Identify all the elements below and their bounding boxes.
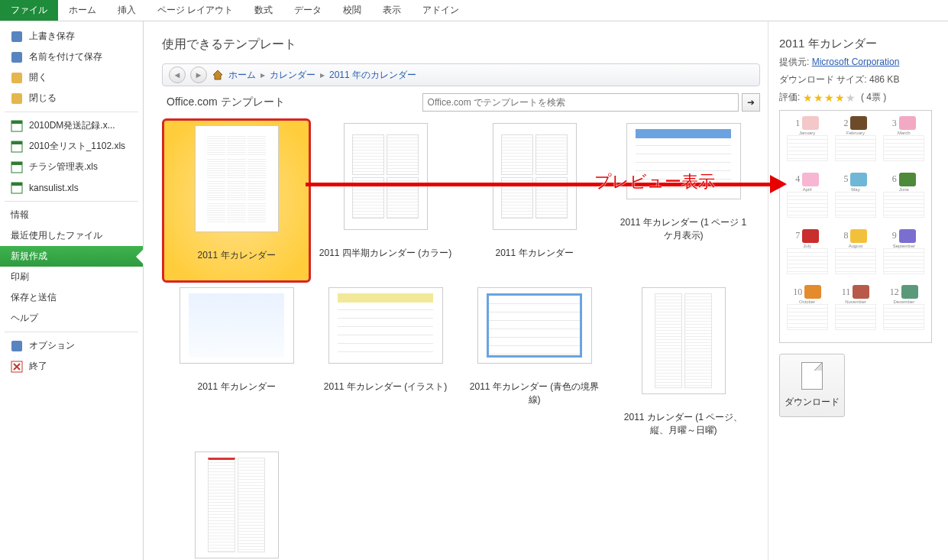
preview-month: 5May bbox=[833, 172, 878, 225]
template-item[interactable]: 2011 年カレンダー bbox=[162, 283, 311, 447]
star-icon: ★ bbox=[824, 92, 834, 104]
template-thumbnail bbox=[642, 287, 726, 394]
search-input[interactable] bbox=[422, 93, 739, 112]
ribbon-tab-ページ レイアウト[interactable]: ページ レイアウト bbox=[147, 0, 244, 21]
sidebar-item-label: ヘルプ bbox=[11, 312, 38, 325]
svg-rect-9 bbox=[11, 162, 22, 165]
preview-month: 8August bbox=[833, 228, 878, 282]
preview-size: ダウンロード サイズ: 486 KB bbox=[779, 73, 937, 86]
xls-icon bbox=[11, 120, 23, 132]
gallery-toolbar: Office.com テンプレート ➜ bbox=[162, 92, 760, 112]
sidebar-item[interactable]: 新規作成 bbox=[0, 246, 143, 267]
ribbon-tab-データ[interactable]: データ bbox=[283, 0, 332, 21]
xls-icon bbox=[11, 141, 23, 153]
sidebar-item[interactable]: 開く bbox=[0, 67, 143, 88]
svg-rect-2 bbox=[11, 73, 22, 83]
sidebar-item[interactable]: 閉じる bbox=[0, 88, 143, 108]
open-icon bbox=[11, 72, 23, 84]
template-item[interactable]: 2011 年カレンダー bbox=[460, 118, 609, 283]
preview-provider: 提供元: Microsoft Corporation bbox=[779, 56, 937, 69]
template-label: 2011 年カレンダー bbox=[193, 249, 280, 262]
ribbon-tab-ファイル[interactable]: ファイル bbox=[0, 0, 58, 21]
sidebar-item-label: 上書き保存 bbox=[29, 30, 75, 43]
breadcrumb-item[interactable]: 2011 年のカレンダー bbox=[329, 69, 416, 82]
preview-month: 9September bbox=[882, 228, 927, 282]
panel-heading: 使用できるテンプレート bbox=[162, 37, 760, 53]
sidebar-item-label: kansulist.xls bbox=[29, 183, 79, 193]
separator bbox=[5, 112, 138, 112]
sidebar-item-label: 閉じる bbox=[29, 92, 57, 105]
sidebar-item-label: 2010全リスト_1102.xls bbox=[29, 140, 125, 153]
nav-back-button[interactable]: ◄ bbox=[169, 66, 186, 83]
sidebar-item[interactable]: 保存と送信 bbox=[0, 287, 143, 308]
search-go-button[interactable]: ➜ bbox=[742, 93, 760, 112]
template-item[interactable]: 2011 年カレンダー (1 ページ 1 ケ月表示) bbox=[609, 118, 758, 283]
sidebar-item[interactable]: 2010全リスト_1102.xls bbox=[0, 136, 143, 157]
ribbon-tab-アドイン[interactable]: アドイン bbox=[412, 0, 470, 21]
star-icon: ★ bbox=[803, 92, 813, 104]
sidebar-item[interactable]: 2010DM発送記録.x... bbox=[0, 115, 143, 136]
svg-rect-12 bbox=[11, 341, 22, 351]
nav-forward-button[interactable]: ► bbox=[190, 66, 207, 83]
template-thumbnail bbox=[195, 452, 279, 558]
separator bbox=[5, 332, 138, 332]
template-item[interactable]: 2011 年カレンダー bbox=[162, 118, 311, 283]
sidebar-item-label: 新規作成 bbox=[11, 250, 47, 263]
sidebar-item[interactable]: 最近使用したファイル bbox=[0, 225, 143, 246]
template-gallery-panel: 使用できるテンプレート ◄ ► ホーム ▸ カレンダー ▸ 2011 年のカレン… bbox=[144, 21, 768, 560]
sidebar-item[interactable]: ヘルプ bbox=[0, 308, 143, 329]
template-label: 2011 年カレンダー bbox=[490, 247, 578, 260]
ribbon-tab-挿入[interactable]: 挿入 bbox=[107, 0, 147, 21]
template-item[interactable]: 2011 カレンダー (1 ページ、縦、月曜～日曜) bbox=[609, 283, 758, 447]
xls-icon bbox=[11, 182, 23, 194]
download-button[interactable]: ダウンロード bbox=[779, 354, 845, 417]
home-icon[interactable] bbox=[212, 69, 224, 81]
preview-month: 7July bbox=[785, 228, 830, 282]
sidebar-item[interactable]: 終了 bbox=[0, 356, 143, 377]
ribbon-tab-表示[interactable]: 表示 bbox=[372, 0, 412, 21]
star-icon: ★ bbox=[814, 92, 823, 104]
ribbon-tab-校閲[interactable]: 校閲 bbox=[332, 0, 372, 21]
preview-month: 12December bbox=[882, 284, 927, 338]
template-thumbnail bbox=[328, 287, 443, 364]
backstage: 上書き保存名前を付けて保存開く閉じる 2010DM発送記録.x...2010全リ… bbox=[0, 21, 948, 560]
template-item[interactable]: 2011 年カレンダー (イラスト) bbox=[311, 283, 460, 447]
exit-icon bbox=[11, 361, 23, 373]
breadcrumb: ◄ ► ホーム ▸ カレンダー ▸ 2011 年のカレンダー bbox=[162, 63, 760, 86]
provider-link[interactable]: Microsoft Corporation bbox=[812, 57, 900, 67]
preview-month: 10October bbox=[785, 284, 830, 338]
preview-rating: 評価: ★★★★★ ( 4票 ) bbox=[779, 91, 937, 104]
sidebar-item[interactable]: 上書き保存 bbox=[0, 26, 143, 47]
breadcrumb-item[interactable]: カレンダー bbox=[270, 69, 315, 82]
template-item[interactable]: 2011 四半期カレンダー (シンプル) bbox=[162, 447, 311, 560]
star-icon: ★ bbox=[846, 92, 856, 104]
breadcrumb-home[interactable]: ホーム bbox=[228, 69, 256, 82]
ribbon-tab-数式[interactable]: 数式 bbox=[244, 0, 283, 21]
template-label: 2011 四半期カレンダー (カラー) bbox=[315, 247, 456, 260]
sidebar-item[interactable]: チラシ管理表.xls bbox=[0, 157, 143, 177]
close-icon bbox=[11, 92, 23, 105]
sidebar-item[interactable]: 情報 bbox=[0, 205, 143, 225]
svg-rect-3 bbox=[11, 93, 22, 104]
template-thumbnail bbox=[493, 123, 577, 230]
ribbon-tab-ホーム[interactable]: ホーム bbox=[58, 0, 107, 21]
template-thumbnail bbox=[344, 123, 428, 230]
svg-rect-11 bbox=[11, 183, 22, 186]
template-thumbnail bbox=[180, 287, 294, 364]
sidebar-item-label: 印刷 bbox=[11, 270, 29, 283]
sidebar-item[interactable]: 印刷 bbox=[0, 267, 143, 287]
template-label: 2011 年カレンダー (1 ページ 1 ケ月表示) bbox=[612, 216, 755, 242]
preview-month: 11November bbox=[833, 284, 878, 338]
sidebar-item[interactable]: オプション bbox=[0, 335, 143, 356]
preview-month: 6June bbox=[882, 172, 927, 225]
rating-stars: ★★★★★ bbox=[803, 92, 856, 104]
preview-month: 3March bbox=[882, 115, 927, 169]
template-item[interactable]: 2011 四半期カレンダー (カラー) bbox=[311, 118, 460, 283]
sidebar-item[interactable]: kansulist.xls bbox=[0, 177, 143, 198]
template-label: 2011 年カレンダー bbox=[193, 380, 280, 393]
sidebar-item[interactable]: 名前を付けて保存 bbox=[0, 47, 143, 67]
template-item[interactable]: 2011 年カレンダー (青色の境界線) bbox=[460, 283, 609, 447]
template-label: 2011 年カレンダー (青色の境界線) bbox=[463, 380, 606, 406]
gallery-subtitle: Office.com テンプレート bbox=[162, 92, 290, 112]
svg-rect-1 bbox=[11, 52, 22, 63]
